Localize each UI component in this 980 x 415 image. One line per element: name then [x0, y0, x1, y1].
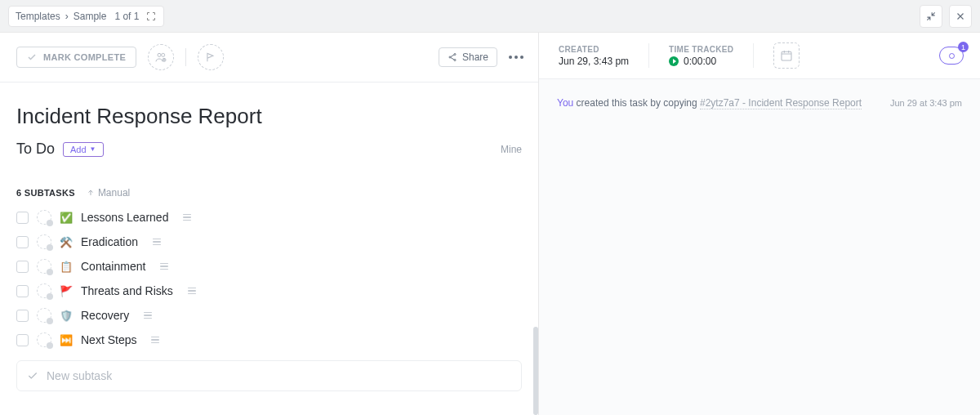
activity-pane: CREATED Jun 29, 3:43 pm TIME TRACKED 0:0…	[539, 33, 980, 415]
svg-point-5	[454, 60, 456, 61]
subtask-row[interactable]: ⚒️Eradication	[16, 230, 528, 254]
add-label: Add	[70, 145, 87, 154]
activity-entry: You created this task by copying #2ytz7a…	[557, 97, 962, 109]
subtask-emoji: ⏭️	[60, 334, 73, 346]
activity-link[interactable]: #2ytz7a7 - Incident Response Report	[700, 97, 862, 109]
assignee-placeholder[interactable]	[148, 44, 174, 70]
divider	[648, 43, 649, 68]
breadcrumb-counter: 1 of 1	[114, 11, 139, 22]
breadcrumb-current[interactable]: Sample	[74, 11, 107, 22]
scrollbar[interactable]	[533, 327, 538, 415]
subtask-emoji: ⚒️	[60, 236, 73, 248]
svg-point-0	[158, 53, 161, 56]
created-value: Jun 29, 3:43 pm	[559, 56, 629, 67]
time-tracked-block: TIME TRACKED 0:00:00	[669, 45, 733, 67]
tracked-value: 0:00:00	[684, 56, 716, 67]
mine-toggle[interactable]: Mine	[501, 144, 522, 155]
minimize-button[interactable]	[920, 5, 942, 28]
subtask-menu-icon[interactable]	[153, 239, 161, 246]
more-menu[interactable]	[509, 56, 523, 59]
share-label: Share	[462, 51, 488, 63]
subtask-list: ✅Lessons Learned⚒️Eradication📋Containmen…	[0, 205, 538, 352]
svg-point-3	[454, 54, 456, 56]
watchers-button[interactable]: 1	[939, 47, 964, 65]
assignee-placeholder-icon[interactable]	[37, 259, 51, 274]
assignee-placeholder-icon[interactable]	[37, 283, 51, 298]
subtask-menu-icon[interactable]	[160, 263, 168, 270]
task-pane: MARK COMPLETE Share Incident Response	[0, 33, 539, 415]
play-icon[interactable]	[669, 56, 679, 66]
subtask-checkbox[interactable]	[16, 285, 29, 297]
subtask-menu-icon[interactable]	[151, 337, 159, 344]
subtask-row[interactable]: ✅Lessons Learned	[16, 205, 528, 230]
mark-complete-button[interactable]: MARK COMPLETE	[16, 47, 136, 68]
subtask-emoji: ✅	[60, 212, 73, 224]
assignee-placeholder-icon[interactable]	[37, 234, 51, 249]
topbar-actions	[920, 5, 972, 28]
svg-rect-6	[782, 51, 791, 60]
subtask-checkbox[interactable]	[16, 261, 29, 273]
svg-point-1	[162, 53, 165, 56]
subtask-row[interactable]: ⏭️Next Steps	[16, 328, 528, 352]
assignee-placeholder-icon[interactable]	[37, 308, 51, 323]
sort-mode[interactable]: Manual	[87, 187, 130, 199]
activity-text: created this task by copying	[573, 97, 700, 109]
subtask-row[interactable]: 🛡️Recovery	[16, 303, 528, 328]
assignee-placeholder-icon[interactable]	[37, 210, 51, 225]
subtask-emoji: 🛡️	[60, 310, 73, 322]
breadcrumb[interactable]: Templates › Sample 1 of 1	[8, 6, 164, 27]
task-title[interactable]: Incident Response Report	[16, 104, 522, 129]
task-toolbar: MARK COMPLETE Share	[0, 33, 538, 83]
tracked-label: TIME TRACKED	[669, 45, 733, 54]
subtask-checkbox[interactable]	[16, 212, 29, 224]
subtask-row[interactable]: 🚩Threats and Risks	[16, 279, 528, 303]
subtask-checkbox[interactable]	[16, 310, 29, 322]
subtask-emoji: 📋	[60, 261, 73, 273]
subtask-menu-icon[interactable]	[144, 312, 152, 319]
subtask-title[interactable]: Containment	[81, 260, 145, 273]
due-date-placeholder[interactable]	[773, 42, 800, 69]
activity-time: Jun 29 at 3:43 pm	[890, 98, 962, 108]
share-button[interactable]: Share	[439, 47, 497, 67]
activity-actor: You	[557, 97, 573, 109]
priority-placeholder[interactable]	[198, 44, 224, 70]
divider	[753, 43, 754, 68]
subtask-menu-icon[interactable]	[188, 288, 196, 295]
chevron-down-icon: ▼	[90, 145, 96, 153]
task-status[interactable]: To Do	[16, 141, 55, 158]
chevron-right-icon: ›	[65, 11, 69, 22]
topbar: Templates › Sample 1 of 1	[0, 0, 980, 33]
subtask-title[interactable]: Lessons Learned	[81, 211, 168, 224]
new-subtask-input-row[interactable]	[16, 360, 522, 391]
watchers-count: 1	[958, 42, 969, 52]
subtasks-count: 6 SUBTASKS	[16, 188, 75, 198]
subtask-checkbox[interactable]	[16, 236, 29, 248]
new-subtask-input[interactable]	[47, 369, 511, 382]
expand-icon[interactable]	[145, 11, 157, 22]
subtask-checkbox[interactable]	[16, 334, 29, 346]
assignee-placeholder-icon[interactable]	[37, 332, 51, 347]
breadcrumb-root[interactable]: Templates	[16, 11, 60, 22]
created-label: CREATED	[559, 45, 629, 54]
add-button[interactable]: Add ▼	[63, 142, 104, 157]
subtask-title[interactable]: Recovery	[81, 309, 129, 322]
sort-label: Manual	[98, 187, 130, 199]
subtask-title[interactable]: Threats and Risks	[81, 284, 173, 297]
svg-point-2	[163, 58, 166, 61]
subtask-row[interactable]: 📋Containment	[16, 254, 528, 279]
subtask-emoji: 🚩	[60, 285, 73, 297]
svg-point-4	[449, 56, 451, 58]
activity-feed: You created this task by copying #2ytz7a…	[539, 79, 980, 415]
subtask-title[interactable]: Eradication	[81, 235, 138, 248]
subtask-menu-icon[interactable]	[183, 214, 191, 221]
mark-complete-label: MARK COMPLETE	[43, 52, 126, 62]
created-block: CREATED Jun 29, 3:43 pm	[559, 45, 629, 67]
meta-toolbar: CREATED Jun 29, 3:43 pm TIME TRACKED 0:0…	[539, 33, 980, 79]
divider	[185, 48, 186, 66]
subtask-title[interactable]: Next Steps	[81, 333, 136, 346]
close-button[interactable]	[949, 5, 972, 28]
